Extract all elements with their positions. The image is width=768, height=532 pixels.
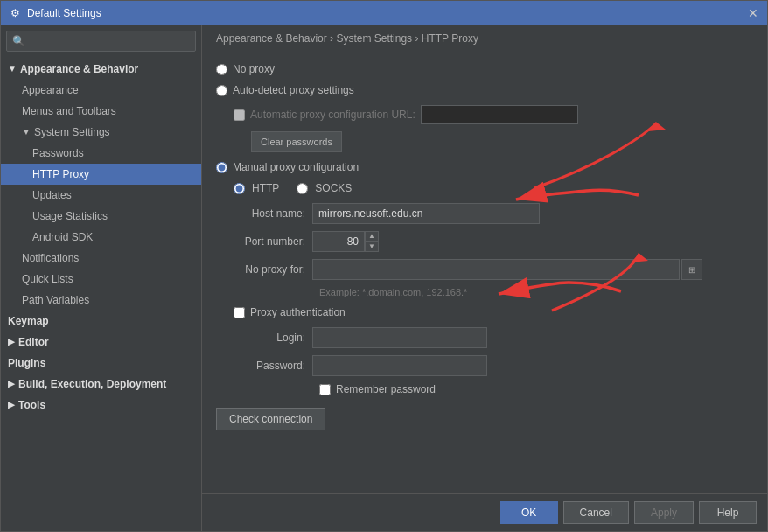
auto-config-url-input[interactable] [421, 105, 578, 124]
browse-icon: ⊞ [688, 265, 695, 275]
password-label: Password: [234, 360, 312, 372]
sidebar-item-appearance[interactable]: Appearance [1, 80, 201, 101]
sidebar-item-label: System Settings [34, 123, 110, 141]
proxy-auth-row: Proxy authentication [234, 306, 753, 318]
remember-password-label[interactable]: Remember password [336, 383, 436, 396]
sidebar-item-android-sdk[interactable]: Android SDK [1, 227, 201, 248]
socks-label[interactable]: SOCKS [315, 182, 352, 194]
footer: OK Cancel Apply Help [202, 494, 767, 531]
expand-arrow: ▶ [8, 333, 15, 351]
settings-window: ⚙ Default Settings ✕ 🔍 ▼ Appearance & Be… [0, 0, 768, 532]
ok-button[interactable]: OK [500, 501, 558, 524]
search-bar[interactable]: 🔍 [6, 31, 196, 52]
auto-config-section: Automatic proxy configuration URL: Clear… [216, 105, 753, 152]
close-button[interactable]: ✕ [746, 6, 760, 20]
password-input[interactable] [312, 355, 487, 376]
sidebar-item-label: Appearance [22, 81, 79, 99]
http-radio-container: HTTP [234, 182, 279, 194]
host-name-row: Host name: [234, 203, 753, 224]
sidebar-item-system-settings[interactable]: ▼ System Settings [1, 122, 201, 143]
expand-arrow: ▶ [8, 375, 15, 393]
expand-arrow: ▶ [8, 396, 15, 414]
clear-passwords-button[interactable]: Clear passwords [251, 131, 342, 152]
port-number-input[interactable] [312, 231, 365, 252]
remember-password-checkbox[interactable] [319, 384, 331, 396]
login-label: Login: [234, 332, 312, 344]
port-down-button[interactable]: ▼ [365, 242, 379, 252]
window-icon: ⚙ [8, 6, 22, 20]
http-radio[interactable] [234, 183, 245, 194]
auto-config-checkbox[interactable] [234, 109, 245, 121]
settings-content: No proxy Auto-detect proxy settings Auto… [202, 52, 767, 494]
socks-radio-container: SOCKS [297, 182, 352, 194]
sidebar-item-path-variables[interactable]: Path Variables [1, 290, 201, 311]
apply-button[interactable]: Apply [634, 501, 694, 524]
auto-config-label: Automatic proxy configuration URL: [250, 108, 415, 121]
cancel-button[interactable]: Cancel [563, 501, 629, 524]
sidebar-item-label: Notifications [22, 249, 79, 267]
sidebar-item-label: Path Variables [22, 291, 89, 309]
sidebar-item-updates[interactable]: Updates [1, 185, 201, 206]
help-button[interactable]: Help [699, 501, 757, 524]
sidebar-item-label: Editor [18, 333, 49, 351]
port-container: ▲ ▼ [312, 231, 379, 252]
sidebar-item-label: Android SDK [32, 228, 93, 246]
settings-tree: ▼ Appearance & Behavior Appearance Menus… [1, 55, 201, 531]
sidebar-item-editor[interactable]: ▶ Editor [1, 332, 201, 353]
auto-config-row: Automatic proxy configuration URL: [234, 105, 753, 124]
sidebar-item-notifications[interactable]: Notifications [1, 248, 201, 269]
sidebar-item-label: Passwords [32, 144, 84, 162]
breadcrumb: Appearance & Behavior › System Settings … [202, 25, 767, 52]
port-up-button[interactable]: ▲ [365, 231, 379, 242]
no-proxy-label[interactable]: No proxy [233, 63, 275, 75]
proxy-auth-checkbox[interactable] [234, 307, 245, 318]
sidebar-item-usage-statistics[interactable]: Usage Statistics [1, 206, 201, 227]
sidebar-item-appearance-behavior[interactable]: ▼ Appearance & Behavior [1, 59, 201, 80]
sidebar-item-tools[interactable]: ▶ Tools [1, 395, 201, 416]
auto-detect-row: Auto-detect proxy settings [216, 84, 753, 96]
sidebar-item-plugins[interactable]: Plugins [1, 353, 201, 374]
search-input[interactable] [29, 36, 190, 46]
no-proxy-radio[interactable] [216, 64, 227, 75]
sidebar-item-label: Quick Lists [22, 270, 73, 288]
example-text: Example: *.domain.com, 192.168.* [319, 287, 753, 298]
search-icon: 🔍 [12, 35, 25, 47]
host-name-input[interactable] [312, 203, 540, 224]
no-proxy-row: No proxy [216, 63, 753, 75]
http-socks-row: HTTP SOCKS [234, 182, 753, 194]
socks-radio[interactable] [297, 183, 308, 194]
manual-proxy-row: Manual proxy configuration [216, 161, 753, 173]
sidebar-item-passwords[interactable]: Passwords [1, 143, 201, 164]
http-label[interactable]: HTTP [252, 182, 279, 194]
sidebar-item-label: Updates [32, 186, 72, 204]
main-content: 🔍 ▼ Appearance & Behavior Appearance Men… [1, 25, 767, 531]
sidebar-item-quick-lists[interactable]: Quick Lists [1, 269, 201, 290]
login-input[interactable] [312, 327, 487, 348]
sidebar-item-label: Tools [18, 396, 45, 414]
sidebar-item-keymap[interactable]: Keymap [1, 311, 201, 332]
sidebar-item-label: Menus and Toolbars [22, 102, 116, 120]
password-row: Password: [234, 355, 753, 376]
port-number-row: Port number: ▲ ▼ [234, 231, 753, 252]
check-connection-button[interactable]: Check connection [216, 408, 325, 430]
remember-row: Remember password [234, 383, 753, 396]
sidebar-item-http-proxy[interactable]: HTTP Proxy [1, 164, 201, 185]
manual-proxy-label[interactable]: Manual proxy configuration [233, 161, 359, 173]
sidebar: 🔍 ▼ Appearance & Behavior Appearance Men… [1, 25, 202, 531]
sidebar-item-build-execution-deployment[interactable]: ▶ Build, Execution, Deployment [1, 374, 201, 395]
login-row: Login: [234, 327, 753, 348]
title-bar: ⚙ Default Settings ✕ [1, 1, 767, 25]
manual-proxy-radio[interactable] [216, 162, 227, 173]
no-proxy-for-input[interactable] [312, 259, 680, 280]
sidebar-item-menus-toolbars[interactable]: Menus and Toolbars [1, 101, 201, 122]
no-proxy-for-row: No proxy for: ⊞ [234, 259, 753, 280]
proxy-auth-label[interactable]: Proxy authentication [250, 306, 346, 318]
auto-detect-label[interactable]: Auto-detect proxy settings [233, 84, 354, 96]
host-name-label: Host name: [234, 207, 312, 220]
right-panel: Appearance & Behavior › System Settings … [202, 25, 767, 531]
port-number-label: Port number: [234, 235, 312, 248]
auto-detect-radio[interactable] [216, 85, 227, 96]
sidebar-item-label: Keymap [8, 312, 49, 330]
no-proxy-for-label: No proxy for: [234, 263, 312, 276]
no-proxy-browse-button[interactable]: ⊞ [681, 259, 702, 280]
